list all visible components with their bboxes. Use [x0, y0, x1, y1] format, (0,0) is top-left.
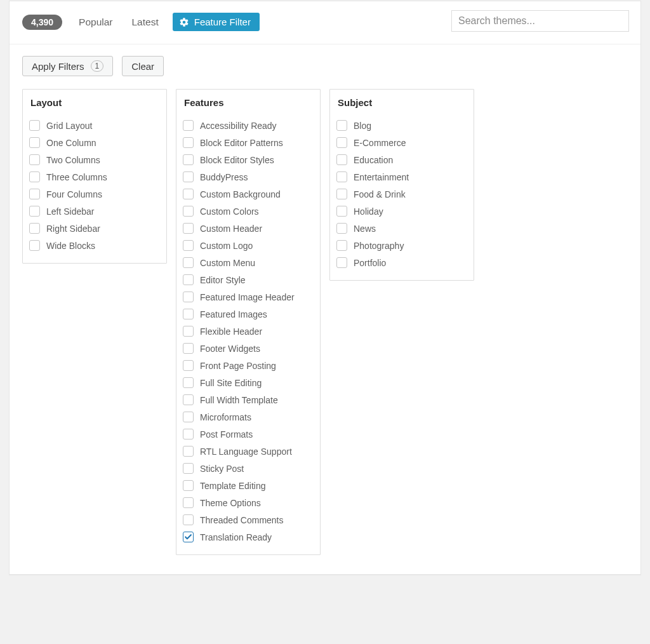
- filter-option[interactable]: Block Editor Patterns: [183, 134, 314, 151]
- filter-option[interactable]: Blog: [336, 117, 467, 134]
- filter-option[interactable]: News: [336, 220, 467, 237]
- filter-option[interactable]: BuddyPress: [183, 168, 314, 185]
- apply-filters-button[interactable]: Apply Filters 1: [22, 56, 113, 76]
- filter-option-label: Grid Layout: [46, 121, 92, 131]
- filter-option[interactable]: Editor Style: [183, 271, 314, 288]
- filter-group-title: Features: [183, 96, 314, 112]
- filter-option[interactable]: Custom Logo: [183, 237, 314, 254]
- checkbox[interactable]: [29, 171, 40, 182]
- checkbox[interactable]: [183, 137, 194, 148]
- filter-option[interactable]: Education: [336, 151, 467, 168]
- checkbox[interactable]: [183, 240, 194, 251]
- checkbox[interactable]: [336, 120, 347, 131]
- filter-action-bar: Apply Filters 1 Clear: [10, 44, 640, 83]
- checkbox[interactable]: [183, 257, 194, 268]
- checkbox[interactable]: [183, 463, 194, 474]
- checkbox[interactable]: [183, 274, 194, 285]
- checkbox[interactable]: [183, 480, 194, 491]
- gear-icon: [179, 17, 189, 27]
- filter-option[interactable]: Front Page Posting: [183, 357, 314, 374]
- filter-option[interactable]: Photography: [336, 237, 467, 254]
- checkbox[interactable]: [183, 206, 194, 217]
- checkbox[interactable]: [183, 326, 194, 337]
- filter-option[interactable]: Two Columns: [29, 151, 160, 168]
- filter-option[interactable]: One Column: [29, 134, 160, 151]
- filter-option[interactable]: Custom Header: [183, 220, 314, 237]
- checkbox[interactable]: [336, 189, 347, 199]
- checkbox[interactable]: [183, 189, 194, 199]
- checkbox[interactable]: [183, 514, 194, 525]
- filter-option[interactable]: Post Formats: [183, 426, 314, 443]
- filter-option[interactable]: Four Columns: [29, 185, 160, 203]
- filter-option[interactable]: Full Width Template: [183, 391, 314, 408]
- checkbox[interactable]: [336, 240, 347, 251]
- checkbox[interactable]: [183, 360, 194, 371]
- checkbox[interactable]: [183, 377, 194, 388]
- checkbox[interactable]: [183, 120, 194, 131]
- filter-option-label: Footer Widgets: [200, 344, 260, 354]
- checkbox-checked[interactable]: [183, 532, 194, 542]
- filter-option[interactable]: Theme Options: [183, 494, 314, 511]
- checkbox[interactable]: [183, 429, 194, 439]
- checkbox[interactable]: [183, 446, 194, 457]
- feature-filter-label: Feature Filter: [194, 17, 251, 27]
- check-icon: [184, 533, 192, 541]
- checkbox[interactable]: [29, 137, 40, 148]
- checkbox[interactable]: [183, 171, 194, 182]
- checkbox[interactable]: [336, 257, 347, 268]
- filter-option[interactable]: Three Columns: [29, 168, 160, 185]
- filter-option[interactable]: Translation Ready: [183, 528, 314, 546]
- filter-option[interactable]: Food & Drink: [336, 185, 467, 203]
- filter-option[interactable]: Left Sidebar: [29, 203, 160, 220]
- checkbox[interactable]: [29, 120, 40, 131]
- filter-option[interactable]: Holiday: [336, 203, 467, 220]
- filter-option[interactable]: Custom Background: [183, 185, 314, 203]
- checkbox[interactable]: [336, 171, 347, 182]
- filter-option[interactable]: Featured Images: [183, 305, 314, 323]
- filter-option[interactable]: Entertainment: [336, 168, 467, 185]
- tab-latest[interactable]: Latest: [126, 14, 163, 30]
- checkbox[interactable]: [183, 309, 194, 319]
- filter-option-label: Sticky Post: [200, 464, 244, 474]
- checkbox[interactable]: [183, 394, 194, 405]
- checkbox[interactable]: [336, 154, 347, 165]
- filter-option[interactable]: Footer Widgets: [183, 340, 314, 357]
- tab-popular[interactable]: Popular: [74, 14, 117, 30]
- filter-option[interactable]: RTL Language Support: [183, 443, 314, 460]
- filter-option[interactable]: Custom Menu: [183, 254, 314, 271]
- checkbox[interactable]: [336, 223, 347, 234]
- filter-option[interactable]: Template Editing: [183, 477, 314, 494]
- checkbox[interactable]: [183, 154, 194, 165]
- checkbox[interactable]: [29, 189, 40, 199]
- checkbox[interactable]: [29, 240, 40, 251]
- filter-option[interactable]: Full Site Editing: [183, 374, 314, 391]
- checkbox[interactable]: [29, 206, 40, 217]
- checkbox[interactable]: [29, 223, 40, 234]
- checkbox[interactable]: [336, 206, 347, 217]
- filter-option[interactable]: Flexible Header: [183, 323, 314, 340]
- checkbox[interactable]: [183, 223, 194, 234]
- filter-option[interactable]: Grid Layout: [29, 117, 160, 134]
- filter-option[interactable]: Sticky Post: [183, 460, 314, 477]
- filter-option-label: RTL Language Support: [200, 446, 292, 457]
- filter-option[interactable]: Threaded Comments: [183, 511, 314, 528]
- filter-option[interactable]: Wide Blocks: [29, 237, 160, 254]
- checkbox[interactable]: [183, 292, 194, 302]
- filter-option[interactable]: Portfolio: [336, 254, 467, 271]
- checkbox[interactable]: [183, 497, 194, 508]
- tab-feature-filter[interactable]: Feature Filter: [173, 13, 260, 31]
- checkbox[interactable]: [183, 412, 194, 422]
- filter-option[interactable]: Accessibility Ready: [183, 117, 314, 134]
- filter-option-label: Front Page Posting: [200, 361, 276, 371]
- search-input[interactable]: [451, 10, 629, 32]
- checkbox[interactable]: [183, 343, 194, 354]
- filter-option[interactable]: Custom Colors: [183, 203, 314, 220]
- checkbox[interactable]: [336, 137, 347, 148]
- filter-option[interactable]: Featured Image Header: [183, 288, 314, 305]
- filter-option[interactable]: Block Editor Styles: [183, 151, 314, 168]
- clear-button[interactable]: Clear: [122, 56, 164, 76]
- filter-option[interactable]: Microformats: [183, 408, 314, 426]
- checkbox[interactable]: [29, 154, 40, 165]
- filter-option[interactable]: Right Sidebar: [29, 220, 160, 237]
- filter-option[interactable]: E-Commerce: [336, 134, 467, 151]
